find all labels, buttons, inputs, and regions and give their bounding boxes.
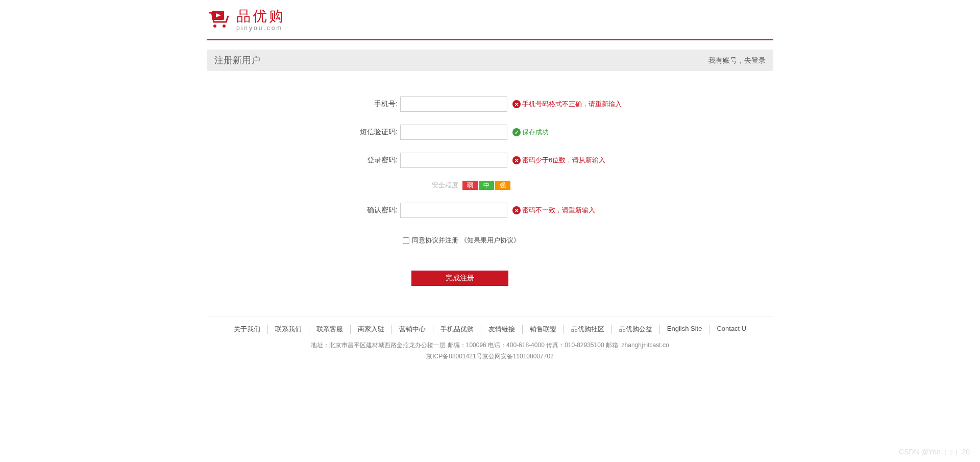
footer-link[interactable]: 联系我们 [268,325,309,334]
footer-link[interactable]: 品优购公益 [612,325,660,334]
strength-weak: 弱 [462,181,478,190]
password-strength: 安全程度 弱 中 强 [207,181,773,190]
footer-link[interactable]: 品优购社区 [564,325,612,334]
footer-links: 关于我们 联系我们 联系客服 商家入驻 营销中心 手机品优购 友情链接 销售联盟… [207,325,773,334]
footer: 关于我们 联系我们 联系客服 商家入驻 营销中心 手机品优购 友情链接 销售联盟… [207,317,773,382]
password-label: 登录密码: [207,156,400,165]
confirm-error-text: 密码不一致，请重新输入 [522,206,595,215]
phone-error-text: 手机号码格式不正确，请重新输入 [522,100,622,109]
cart-icon [207,10,232,31]
title-bar: 注册新用户 我有账号，去登录 [207,50,773,71]
login-link[interactable]: 我有账号，去登录 [708,50,766,71]
agree-text-label: 同意协议并注册 [412,236,460,244]
footer-link[interactable]: 关于我们 [227,325,268,334]
footer-link[interactable]: 商家入驻 [351,325,392,334]
confirm-error-msg: 密码不一致，请重新输入 [512,206,595,215]
submit-button[interactable]: 完成注册 [411,271,508,286]
footer-link[interactable]: 联系客服 [309,325,351,334]
agree-text: 同意协议并注册 《知果果用户协议》 [412,236,520,245]
error-icon [512,206,521,214]
password-input[interactable] [400,153,507,168]
password-error-msg: 密码少于6位数，请从新输入 [512,156,605,165]
footer-address: 地址：北京市昌平区建材城西路金燕龙办公楼一层 邮编：100096 电话：400-… [207,340,773,351]
strength-mid: 中 [479,181,494,190]
sms-success-msg: 保存成功 [512,128,549,137]
divider-line [207,39,773,40]
footer-link[interactable]: 友情链接 [481,325,523,334]
svg-point-2 [213,25,216,28]
success-icon [512,128,521,136]
header: 品优购 pinyou.com [207,0,773,37]
password-error-text: 密码少于6位数，请从新输入 [522,156,605,165]
logo[interactable]: 品优购 pinyou.com [207,9,773,32]
footer-link[interactable]: Contact U [709,325,753,334]
strength-strong: 强 [495,181,510,190]
footer-link[interactable]: 销售联盟 [523,325,564,334]
register-form: 手机号: 手机号码格式不正确，请重新输入 短信验证码: 保存成功 登录密码: 密… [207,71,773,317]
sms-success-text: 保存成功 [522,128,549,137]
footer-icp: 京ICP备08001421号京公网安备110108007702 [207,351,773,362]
confirm-input[interactable] [400,203,507,218]
logo-cn-text: 品优购 [236,9,285,23]
phone-error-msg: 手机号码格式不正确，请重新输入 [512,100,622,109]
page-title: 注册新用户 [214,50,260,71]
sms-input[interactable] [400,125,507,140]
footer-link[interactable]: English Site [660,325,710,334]
agree-row: 同意协议并注册 《知果果用户协议》 [207,236,773,245]
phone-input[interactable] [400,96,507,112]
logo-en-text: pinyou.com [236,25,285,32]
strength-label: 安全程度 [432,181,458,190]
svg-point-3 [223,25,226,28]
sms-label: 短信验证码: [207,128,400,137]
confirm-label: 确认密码: [207,206,400,215]
phone-label: 手机号: [207,100,400,109]
footer-link[interactable]: 营销中心 [392,325,433,334]
error-icon [512,100,521,108]
footer-link[interactable]: 手机品优购 [433,325,481,334]
agree-checkbox[interactable] [403,237,409,244]
error-icon [512,156,521,164]
agreement-link[interactable]: 《知果果用户协议》 [460,236,520,244]
